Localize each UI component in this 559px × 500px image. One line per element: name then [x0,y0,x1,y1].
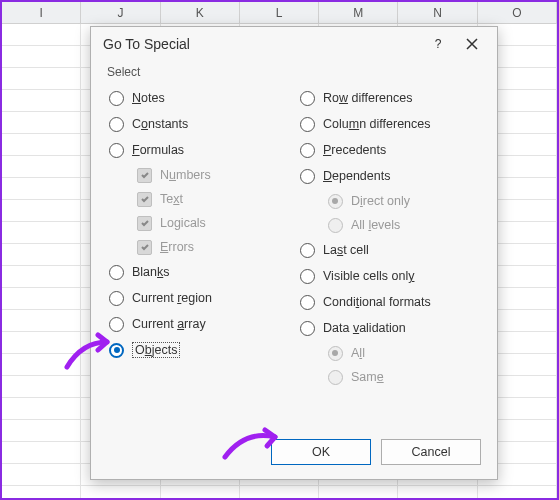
check-numbers: Numbers [107,163,290,187]
radio-icon [109,117,124,132]
radio-icon [300,91,315,106]
go-to-special-dialog: Go To Special ? Select Notes Constants F… [90,26,498,480]
cell[interactable] [161,486,240,500]
cell[interactable] [478,486,557,500]
cell[interactable] [2,112,81,133]
cell[interactable] [2,178,81,199]
col-header[interactable]: L [240,2,319,23]
radio-icon [300,321,315,336]
col-header[interactable]: M [319,2,398,23]
radio-icon [300,169,315,184]
col-header[interactable]: J [81,2,160,23]
radio-icon [300,295,315,310]
radio-icon [109,317,124,332]
cell[interactable] [2,486,81,500]
radio-icon [300,243,315,258]
cell[interactable] [2,200,81,221]
cell[interactable] [2,68,81,89]
radio-icon [109,265,124,280]
radio-last-cell[interactable]: Last cell [298,237,481,263]
radio-row-differences[interactable]: Row differences [298,85,481,111]
cell[interactable] [2,134,81,155]
radio-objects[interactable]: Objects [107,337,290,363]
cell[interactable] [2,376,81,397]
checkbox-icon [137,192,152,207]
radio-blanks[interactable]: Blanks [107,259,290,285]
radio-dependents[interactable]: Dependents [298,163,481,189]
radio-icon [109,291,124,306]
radio-all: All [298,341,481,365]
col-header[interactable]: K [161,2,240,23]
checkbox-icon [137,168,152,183]
cell[interactable] [2,332,81,353]
col-header[interactable]: I [2,2,81,23]
cell[interactable] [2,266,81,287]
radio-notes[interactable]: Notes [107,85,290,111]
cell[interactable] [319,486,398,500]
radio-conditional-formats[interactable]: Conditional formats [298,289,481,315]
cell[interactable] [81,486,160,500]
cell[interactable] [2,442,81,463]
col-header[interactable]: O [478,2,557,23]
col-header[interactable]: N [398,2,477,23]
radio-icon [328,194,343,209]
check-logicals: Logicals [107,211,290,235]
radio-current-array[interactable]: Current array [107,311,290,337]
ok-button[interactable]: OK [271,439,371,465]
cell[interactable] [2,420,81,441]
radio-precedents[interactable]: Precedents [298,137,481,163]
radio-icon [328,370,343,385]
radio-data-validation[interactable]: Data validation [298,315,481,341]
cell[interactable] [2,398,81,419]
check-text: Text [107,187,290,211]
checkbox-icon [137,216,152,231]
radio-icon [109,143,124,158]
radio-icon [300,269,315,284]
cell[interactable] [2,24,81,45]
cell[interactable] [398,486,477,500]
dialog-titlebar: Go To Special ? [91,27,497,61]
radio-icon [109,343,124,358]
select-label: Select [107,65,481,79]
cell[interactable] [2,310,81,331]
radio-constants[interactable]: Constants [107,111,290,137]
radio-visible-cells-only[interactable]: Visible cells only [298,263,481,289]
cell[interactable] [2,354,81,375]
check-errors: Errors [107,235,290,259]
radio-icon [300,143,315,158]
cell[interactable] [2,46,81,67]
cell[interactable] [2,288,81,309]
radio-formulas[interactable]: Formulas [107,137,290,163]
cell[interactable] [2,464,81,485]
cell[interactable] [2,90,81,111]
close-button[interactable] [455,30,489,58]
dialog-title: Go To Special [103,36,421,52]
checkbox-icon [137,240,152,255]
cell[interactable] [240,486,319,500]
radio-icon [300,117,315,132]
cell[interactable] [2,222,81,243]
radio-current-region[interactable]: Current region [107,285,290,311]
cell[interactable] [2,156,81,177]
radio-column-differences[interactable]: Column differences [298,111,481,137]
radio-direct-only: Direct only [298,189,481,213]
radio-icon [328,218,343,233]
column-headers: I J K L M N O [2,2,557,24]
radio-icon [109,91,124,106]
radio-same: Same [298,365,481,389]
help-button[interactable]: ? [421,30,455,58]
cell[interactable] [2,244,81,265]
radio-icon [328,346,343,361]
cancel-button[interactable]: Cancel [381,439,481,465]
radio-all-levels: All levels [298,213,481,237]
